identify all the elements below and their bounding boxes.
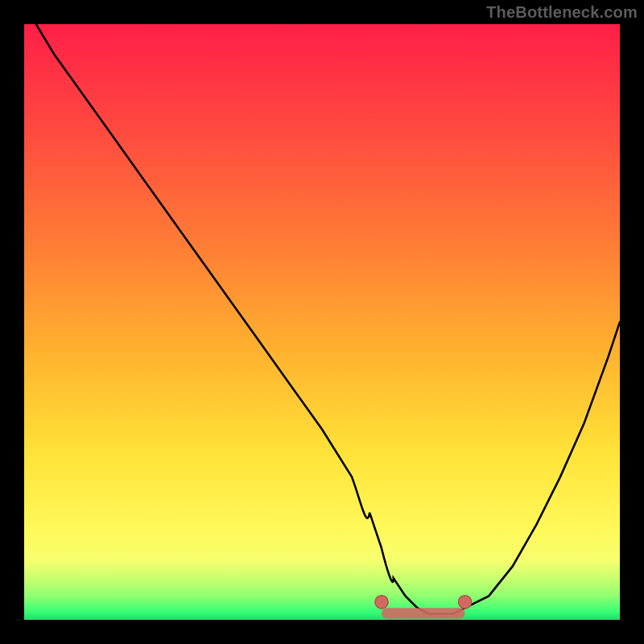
background-gradient	[24, 24, 620, 620]
chart-stage: TheBottleneck.com	[0, 0, 644, 644]
plot-area	[24, 24, 620, 620]
watermark-text: TheBottleneck.com	[486, 3, 638, 22]
